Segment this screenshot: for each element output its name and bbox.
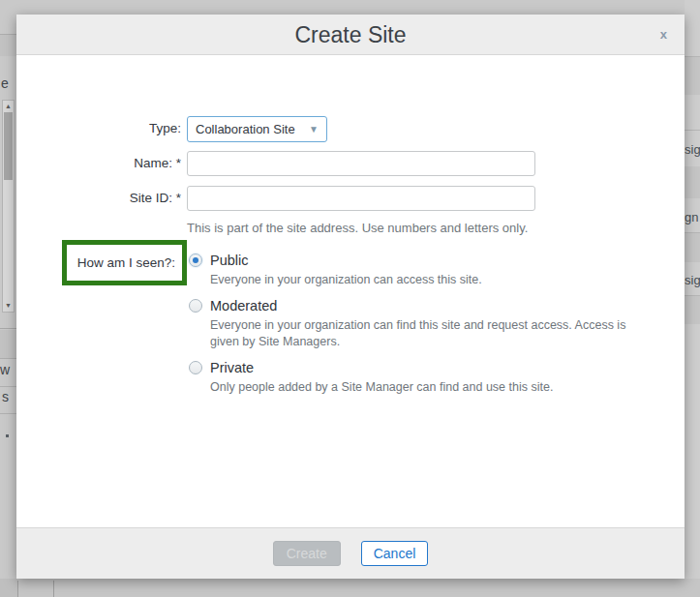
background-dot (6, 434, 9, 437)
create-button[interactable]: Create (273, 541, 341, 566)
radio-public-description: Everyone in your organization can access… (210, 272, 636, 287)
divider (17, 581, 18, 597)
background-scrollbar[interactable]: ▲ ▼ (2, 100, 15, 313)
scrollbar-thumb[interactable] (4, 112, 13, 180)
site-id-input[interactable] (187, 186, 535, 211)
divider (0, 386, 16, 387)
background-row-band (685, 57, 700, 95)
radio-moderated[interactable] (189, 299, 202, 313)
scroll-up-icon[interactable]: ▲ (3, 102, 14, 111)
site-name-input[interactable] (187, 151, 535, 176)
background-text-fragment: sig (685, 142, 700, 157)
radio-moderated-description: Everyone in your organization can find t… (210, 317, 636, 349)
divider (685, 130, 700, 131)
background-text-fragment: gn (685, 210, 698, 224)
radio-public-label[interactable]: Public (210, 253, 249, 268)
visibility-radio-group: Public Everyone in your organization can… (189, 253, 639, 405)
background-page-right-edge: sig gn sig (685, 0, 700, 597)
site-type-selected-value: Collaboration Site (196, 122, 295, 136)
site-id-label: Site ID: * (16, 191, 181, 205)
background-row-band (685, 233, 700, 262)
scroll-down-icon[interactable]: ▼ (3, 301, 14, 311)
radio-private[interactable] (189, 361, 202, 374)
divider (0, 328, 16, 329)
radio-selected-dot (193, 257, 198, 263)
background-page-bottom-edge (0, 579, 700, 597)
background-text-fragment: s (2, 389, 9, 404)
name-label: Name: * (16, 156, 181, 170)
radio-public[interactable] (189, 254, 202, 267)
divider (0, 413, 16, 414)
cancel-button[interactable]: Cancel (361, 541, 429, 566)
background-row-band (0, 330, 16, 359)
dialog-header: Create Site x (16, 15, 685, 55)
type-label: Type: (16, 121, 181, 135)
create-site-dialog: Create Site x Type: Collaboration Site ▼… (16, 15, 685, 579)
visibility-option-private: Private Only people added by a Site Mana… (189, 360, 639, 395)
background-page-left-edge: e ▲ ▼ w s (0, 0, 16, 597)
chevron-down-icon: ▼ (309, 124, 319, 134)
radio-moderated-label[interactable]: Moderated (210, 298, 277, 313)
site-id-helper-text: This is part of the site address. Use nu… (187, 221, 528, 235)
dialog-title: Create Site (16, 15, 685, 55)
radio-private-description: Only people added by a Site Manager can … (210, 379, 636, 395)
background-row-band (685, 296, 700, 324)
close-icon[interactable]: x (660, 15, 667, 55)
divider (53, 581, 54, 597)
dialog-body: Type: Collaboration Site ▼ Name: * Site … (16, 56, 685, 527)
background-row-band (0, 34, 16, 56)
background-text-fragment: sig (685, 273, 700, 287)
site-type-dropdown[interactable]: Collaboration Site ▼ (187, 116, 327, 142)
background-column (0, 579, 17, 597)
visibility-option-public: Public Everyone in your organization can… (189, 253, 639, 287)
visibility-label: How am I seen?: (77, 255, 175, 270)
radio-private-label[interactable]: Private (210, 360, 254, 375)
dialog-footer: Create Cancel (16, 527, 685, 579)
background-text-fragment: w (0, 362, 10, 377)
background-row-band (685, 166, 700, 198)
background-text-fragment: e (1, 75, 9, 91)
visibility-option-moderated: Moderated Everyone in your organization … (189, 298, 639, 349)
annotation-highlight-box: How am I seen?: (62, 240, 187, 285)
